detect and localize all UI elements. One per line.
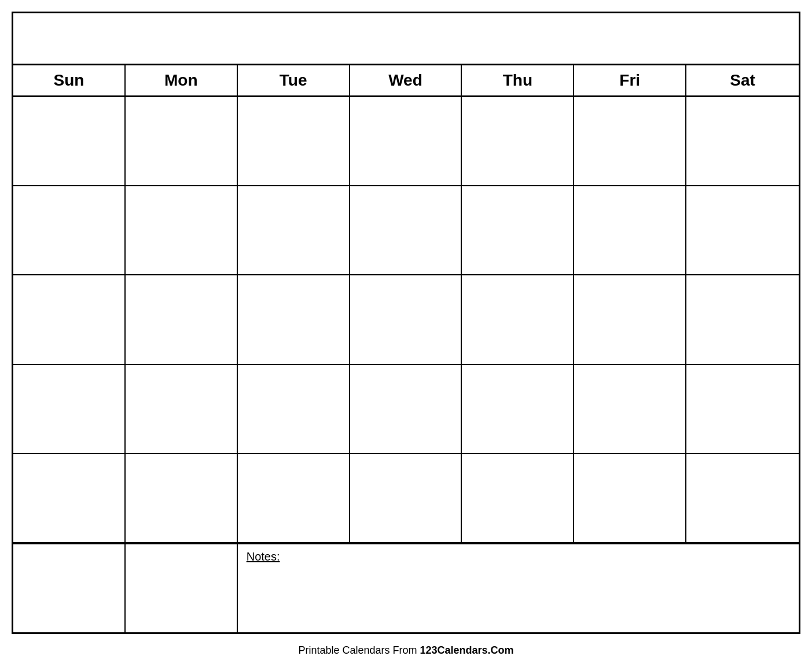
cell-r1-sat: [686, 97, 799, 185]
cell-r2-sun: [13, 186, 126, 274]
header-thu: Thu: [462, 65, 574, 95]
calendar-container: Sun Mon Tue Wed Thu Fri Sat: [12, 12, 800, 634]
cell-r4-tue: [238, 365, 350, 453]
header-tue: Tue: [238, 65, 350, 95]
calendar-header: Sun Mon Tue Wed Thu Fri Sat: [13, 65, 799, 97]
cell-r5-thu: [462, 454, 574, 542]
cell-r3-wed: [350, 275, 462, 363]
cell-r1-sun: [13, 97, 126, 185]
cell-r3-fri: [574, 275, 686, 363]
cell-r2-thu: [462, 186, 574, 274]
calendar-body: Notes:: [13, 97, 799, 632]
cell-r1-wed: [350, 97, 462, 185]
calendar-row-2: [13, 186, 799, 275]
cell-r1-fri: [574, 97, 686, 185]
notes-label: Notes:: [247, 550, 280, 563]
title-row: [13, 13, 799, 65]
cell-r5-wed: [350, 454, 462, 542]
cell-r3-sun: [13, 275, 126, 363]
calendar-row-5: [13, 454, 799, 543]
cell-r5-fri: [574, 454, 686, 542]
header-sun: Sun: [13, 65, 126, 95]
cell-r4-mon: [126, 365, 238, 453]
footer: Printable Calendars From 123Calendars.Co…: [298, 640, 513, 661]
cell-r4-wed: [350, 365, 462, 453]
calendar-row-3: [13, 275, 799, 364]
cell-r3-sat: [686, 275, 799, 363]
page-wrapper: Sun Mon Tue Wed Thu Fri Sat: [0, 0, 812, 667]
header-fri: Fri: [574, 65, 686, 95]
cell-r3-tue: [238, 275, 350, 363]
cell-r2-tue: [238, 186, 350, 274]
cell-r1-mon: [126, 97, 238, 185]
calendar-row-4: [13, 365, 799, 454]
cell-r4-fri: [574, 365, 686, 453]
cell-r4-sat: [686, 365, 799, 453]
calendar-row-1: [13, 97, 799, 186]
notes-cell-mon: [126, 544, 238, 632]
cell-r2-fri: [574, 186, 686, 274]
cell-r1-thu: [462, 97, 574, 185]
notes-cell-sun: [13, 544, 126, 632]
header-sat: Sat: [686, 65, 799, 95]
cell-r5-sun: [13, 454, 126, 542]
cell-r1-tue: [238, 97, 350, 185]
cell-r4-thu: [462, 365, 574, 453]
cell-r2-wed: [350, 186, 462, 274]
cell-r3-mon: [126, 275, 238, 363]
header-wed: Wed: [350, 65, 462, 95]
cell-r5-mon: [126, 454, 238, 542]
notes-cell-content: Notes:: [238, 544, 799, 632]
header-mon: Mon: [126, 65, 238, 95]
footer-text-normal: Printable Calendars From: [298, 644, 420, 656]
footer-text-bold: 123Calendars.Com: [420, 644, 514, 656]
cell-r4-sun: [13, 365, 126, 453]
cell-r5-tue: [238, 454, 350, 542]
cell-r2-mon: [126, 186, 238, 274]
cell-r2-sat: [686, 186, 799, 274]
cell-r3-thu: [462, 275, 574, 363]
notes-row: Notes:: [13, 543, 799, 632]
cell-r5-sat: [686, 454, 799, 542]
